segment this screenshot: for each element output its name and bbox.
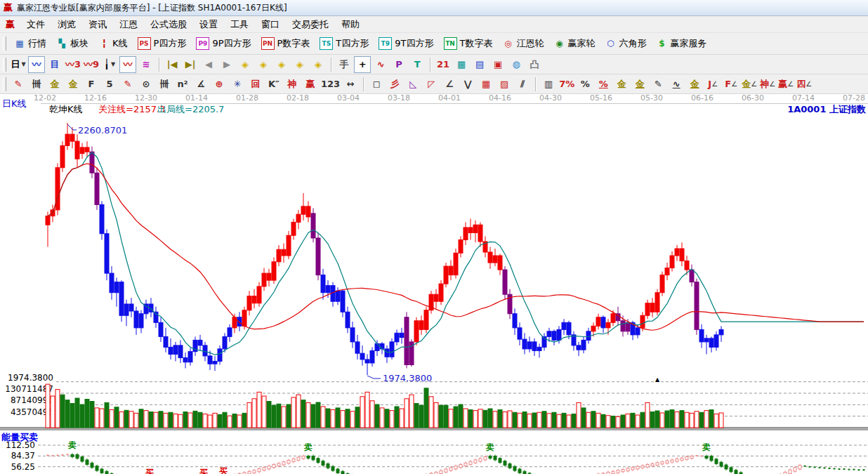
p-shape-tool-button[interactable]: P <box>390 56 407 73</box>
qiankun-kline-button[interactable]: 〰 <box>119 56 136 73</box>
fan-box-button[interactable]: ◺ <box>405 76 421 93</box>
percent-line-button[interactable]: 7% <box>558 76 575 93</box>
menu-item-8[interactable]: 交易委托 <box>286 17 335 32</box>
t-square-button[interactable]: TST四方形 <box>315 36 374 51</box>
n-square-button[interactable]: n² <box>174 76 191 93</box>
angle-lines-button[interactable]: ∠ <box>441 76 458 93</box>
menu-item-1[interactable]: 浏览 <box>51 17 82 32</box>
brush-tool-button[interactable]: ✎ <box>10 76 27 93</box>
parallel-lines-button[interactable]: ⫽ <box>514 76 531 93</box>
k-mark-button[interactable]: K″ <box>265 76 282 93</box>
star-grid-button[interactable]: ✳ <box>229 76 246 93</box>
shift-left-button[interactable]: ◈ <box>237 56 254 73</box>
menu-item-5[interactable]: 设置 <box>193 17 224 32</box>
volume-bar <box>640 412 645 428</box>
menu-item-6[interactable]: 工具 <box>224 17 255 32</box>
v-lines-button[interactable]: ⋁ <box>459 76 476 93</box>
gold-grid2-button[interactable]: 金 <box>65 76 81 93</box>
gann-fan-button[interactable]: 彡 <box>386 76 403 93</box>
gann-wheel-button[interactable]: ◎江恩轮 <box>497 36 548 51</box>
t-number-table-button[interactable]: TNT数字表 <box>439 36 498 51</box>
9t-square-button[interactable]: T99T四方形 <box>374 36 438 51</box>
crosshair-button[interactable]: + <box>354 56 371 73</box>
shen-grid-button[interactable]: 神 <box>284 76 301 93</box>
brush2-tool-button[interactable]: ✎ <box>119 76 136 93</box>
wave-3-button[interactable]: 〰3 <box>65 56 81 73</box>
f-grid-button[interactable]: F <box>83 76 100 93</box>
percent-retrace-button[interactable]: % <box>595 76 612 93</box>
hexagon-button[interactable]: ⬡六角形 <box>600 36 651 51</box>
gold-line-button[interactable]: 金 <box>631 76 648 93</box>
menu-item-0[interactable]: 文件 <box>20 17 51 32</box>
pan-hand-button[interactable]: 手 <box>336 56 353 73</box>
volume-bar <box>660 413 664 428</box>
winner-service-button[interactable]: $赢家服务 <box>651 36 711 51</box>
p-number-table-button[interactable]: PNP数字表 <box>256 36 315 51</box>
volume-profile-button[interactable]: ≋ <box>138 56 154 73</box>
calculator-button[interactable]: ▦ <box>453 56 470 73</box>
gann-circle-button[interactable]: ⊕ <box>211 76 228 93</box>
calendar-button[interactable]: 21 <box>435 56 452 73</box>
grid-tool-button[interactable]: 卌 <box>28 76 45 93</box>
last-page-button[interactable]: ▶| <box>182 56 199 73</box>
menu-item-2[interactable]: 资讯 <box>82 17 113 32</box>
candle-type-button[interactable]: ╽▼ <box>101 56 118 73</box>
next-page-button[interactable]: ▶ <box>218 56 235 73</box>
zone-tool-button[interactable]: 〰 <box>28 56 45 73</box>
ruler-grid-button[interactable]: 卌 <box>156 76 173 93</box>
gold-grid-button[interactable]: 金 <box>46 76 63 93</box>
width-measure-button[interactable]: ↔ <box>342 76 359 93</box>
five-grid-button[interactable]: 5 <box>101 76 118 93</box>
percent-button[interactable]: % <box>577 76 593 93</box>
prev-page-button[interactable]: ◀ <box>200 56 217 73</box>
market-quotes-button[interactable]: ▦行情 <box>9 36 51 51</box>
shen-angle-button[interactable]: 神∠ <box>759 76 776 93</box>
zoom-out-bars-button[interactable]: ◈ <box>310 56 327 73</box>
fan-angle-button[interactable]: ∡ <box>192 76 209 93</box>
export-button[interactable]: ◍ <box>508 56 525 73</box>
box-tool-button[interactable]: ◻ <box>368 76 385 93</box>
si-angle-button[interactable]: 四∠ <box>796 76 813 93</box>
t-shape-tool-button[interactable]: T <box>409 56 426 73</box>
ying-grid-button[interactable]: 赢 <box>302 76 319 93</box>
menu-item-3[interactable]: 江恩 <box>113 17 144 32</box>
gold-underline-button[interactable]: 金 <box>686 76 703 93</box>
winner-wheel-icon: ◉ <box>553 38 565 49</box>
price-bars-button[interactable]: ▥ <box>540 76 557 93</box>
menu-item-7[interactable]: 窗口 <box>255 17 286 32</box>
candle-body <box>444 266 448 284</box>
kline-button[interactable]: ╏K线 <box>93 36 133 51</box>
candle-body <box>518 328 522 339</box>
square-spiral-button[interactable]: 回 <box>247 76 264 93</box>
period-day-button[interactable]: 日▼ <box>10 56 27 73</box>
gold-angle-button[interactable]: 金∠ <box>741 76 758 93</box>
9p-square-button[interactable]: P99P四方形 <box>191 36 256 51</box>
notes-button[interactable]: ▤ <box>471 56 488 73</box>
f-angle-button[interactable]: F∠ <box>723 76 739 93</box>
menu-item-4[interactable]: 公式选股 <box>144 17 193 32</box>
winner-wheel-button[interactable]: ◉赢家轮 <box>548 36 600 51</box>
angle-measure-button[interactable]: ∿ <box>372 56 389 73</box>
volume-bar <box>277 404 281 428</box>
grid-diag-button[interactable]: ▨ <box>496 76 513 93</box>
first-page-button[interactable]: |◀ <box>164 56 180 73</box>
p-square-button[interactable]: PSP四方形 <box>133 36 192 51</box>
gold-circle-button[interactable]: 金 <box>613 76 630 93</box>
shift-right-button[interactable]: ◈ <box>255 56 272 73</box>
fan-box-fill-button[interactable]: ◸ <box>423 76 440 93</box>
j-angle-button[interactable]: J∠ <box>704 76 721 93</box>
wave-9-button[interactable]: 〰9 <box>83 56 100 73</box>
ying-angle-button[interactable]: 赢∠ <box>777 76 794 93</box>
pen-tool-button[interactable]: ✎ <box>650 76 666 93</box>
sectors-button[interactable]: ▚板块 <box>51 36 93 51</box>
grid-fill-button[interactable]: ▦ <box>478 76 494 93</box>
info-panel-button[interactable]: 目 <box>46 56 63 73</box>
print-button[interactable]: 凸 <box>526 56 543 73</box>
wave-line-button[interactable]: ∿ <box>668 76 685 93</box>
circle-grid-button[interactable]: ⊙ <box>138 76 154 93</box>
ruler-123-button[interactable]: 123 <box>320 76 341 93</box>
menu-item-9[interactable]: 帮助 <box>335 17 366 32</box>
expand-bars-button[interactable]: ◈ <box>273 56 290 73</box>
save-button[interactable]: ▣ <box>489 56 506 73</box>
zoom-in-bars-button[interactable]: ◈ <box>291 56 308 73</box>
